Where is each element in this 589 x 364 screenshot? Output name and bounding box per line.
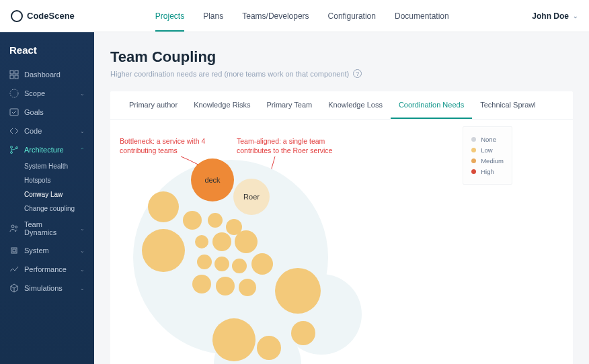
sidebar-item[interactable]: Team Dynamics⌄ xyxy=(0,216,94,241)
sidebar-item-label: Goals xyxy=(24,108,44,116)
sidebar-item-label: Code xyxy=(24,127,42,135)
svg-rect-12 xyxy=(13,249,15,252)
service-bubble[interactable] xyxy=(212,232,231,251)
user-menu[interactable]: John Doe ⌄ xyxy=(532,11,578,21)
brand-name: CodeScene xyxy=(27,11,75,21)
service-bubble[interactable] xyxy=(291,321,315,345)
svg-rect-0 xyxy=(10,71,13,74)
target-icon xyxy=(9,89,19,98)
people-icon xyxy=(9,224,19,233)
service-bubble[interactable]: Roer xyxy=(233,179,270,215)
sidebar-item[interactable]: Simulations⌄ xyxy=(0,279,94,298)
sidebar-item[interactable]: Performance⌄ xyxy=(0,260,94,279)
swatch-icon xyxy=(471,169,476,174)
panel: Primary authorKnowledge RisksPrimary Tea… xyxy=(110,91,573,364)
tab[interactable]: Knowledge Loss xyxy=(320,91,391,119)
sidebar: React DashboardScope⌄GoalsCode⌄Architect… xyxy=(0,32,94,364)
chevron-down-icon: ⌄ xyxy=(80,91,85,97)
sidebar-item-label: Scope xyxy=(24,89,45,97)
cpu-icon xyxy=(9,246,19,255)
legend-row: High xyxy=(471,168,504,175)
swatch-icon xyxy=(471,148,476,152)
legend-row: Medium xyxy=(471,157,504,165)
sidebar-item[interactable]: Scope⌄ xyxy=(0,84,94,103)
chevron-down-icon: ⌄ xyxy=(80,285,85,291)
swatch-icon xyxy=(471,137,476,142)
trend-icon xyxy=(9,265,19,274)
project-name: React xyxy=(0,44,94,65)
sidebar-item[interactable]: Code⌄ xyxy=(0,122,94,140)
brand-logo[interactable]: CodeScene xyxy=(11,10,75,22)
service-bubble[interactable] xyxy=(142,229,185,272)
service-bubble[interactable] xyxy=(251,253,273,275)
help-icon[interactable]: ? xyxy=(353,69,362,78)
sidebar-item[interactable]: System⌄ xyxy=(0,241,94,260)
sidebar-item[interactable]: Architecture⌃ xyxy=(0,140,94,159)
topnav-item[interactable]: Projects xyxy=(155,1,184,32)
callout-bottleneck: Bottleneck: a service with 4 contributin… xyxy=(120,137,221,155)
svg-rect-5 xyxy=(10,109,18,116)
tab[interactable]: Technical Sprawl xyxy=(472,91,544,119)
sidebar-subitem[interactable]: Conway Law xyxy=(24,187,94,201)
topbar: CodeScene ProjectsPlansTeams/DevelopersC… xyxy=(0,0,589,32)
sidebar-item-label: Simulations xyxy=(24,284,63,292)
topnav-item[interactable]: Plans xyxy=(203,1,223,32)
svg-point-4 xyxy=(10,89,18,97)
tab[interactable]: Primary Team xyxy=(259,91,321,119)
service-bubble[interactable] xyxy=(214,257,229,271)
svg-rect-1 xyxy=(15,71,18,74)
sidebar-subitem[interactable]: System Health xyxy=(24,159,94,173)
svg-rect-2 xyxy=(10,75,13,79)
branch-icon xyxy=(9,145,19,154)
legend-label: Medium xyxy=(481,157,504,165)
sidebar-subitem[interactable]: Change coupling xyxy=(24,201,94,216)
service-bubble[interactable] xyxy=(212,318,256,361)
service-bubble[interactable] xyxy=(208,213,223,228)
service-bubble[interactable] xyxy=(275,268,321,314)
topnav-item[interactable]: Documentation xyxy=(395,1,449,32)
logo-icon xyxy=(11,10,23,22)
service-bubble[interactable] xyxy=(197,255,212,269)
service-bubble[interactable] xyxy=(257,336,281,360)
tab[interactable]: Coordination Needs xyxy=(391,91,472,119)
topnav-item[interactable]: Configuration xyxy=(328,1,376,32)
legend-label: None xyxy=(481,136,496,143)
chevron-down-icon: ⌄ xyxy=(573,13,578,19)
page-title: Team Coupling xyxy=(110,48,573,66)
sidebar-item-label: Dashboard xyxy=(24,71,61,79)
tab[interactable]: Primary author xyxy=(121,91,186,119)
service-bubble[interactable] xyxy=(239,279,256,296)
svg-point-10 xyxy=(15,226,17,228)
chart-area: NoneLowMediumHigh Bottleneck: a service … xyxy=(110,120,573,364)
legend-row: Low xyxy=(471,146,504,154)
bubble-chart[interactable]: deckRoer xyxy=(133,160,342,364)
dashboard-icon xyxy=(9,70,19,79)
service-bubble[interactable] xyxy=(195,235,208,248)
legend-label: High xyxy=(481,168,494,175)
service-bubble[interactable] xyxy=(192,275,211,293)
legend: NoneLowMediumHigh xyxy=(463,126,512,185)
chevron-down-icon: ⌄ xyxy=(80,128,85,134)
sidebar-subitem[interactable]: Hotspots xyxy=(24,173,94,187)
service-bubble[interactable] xyxy=(216,277,235,295)
chevron-down-icon: ⌄ xyxy=(80,248,85,254)
sidebar-item[interactable]: Dashboard xyxy=(0,65,94,84)
topnav-item[interactable]: Teams/Developers xyxy=(242,1,309,32)
legend-row: None xyxy=(471,136,504,143)
service-bubble[interactable]: deck xyxy=(191,158,234,201)
sidebar-item[interactable]: Goals xyxy=(0,103,94,122)
tab[interactable]: Knowledge Risks xyxy=(186,91,258,119)
legend-label: Low xyxy=(481,146,492,154)
svg-point-9 xyxy=(11,225,14,228)
service-bubble[interactable] xyxy=(183,211,202,230)
callout-teamaligned: Team-aligned: a single team contributes … xyxy=(237,137,344,155)
main-content: Team Coupling Higher coordination needs … xyxy=(94,32,589,364)
page-subtitle: Higher coordination needs are red (more … xyxy=(110,69,573,78)
service-bubble[interactable] xyxy=(232,259,247,273)
box-icon xyxy=(9,283,19,293)
service-bubble[interactable] xyxy=(235,230,258,253)
chevron-down-icon: ⌄ xyxy=(80,226,85,232)
svg-point-6 xyxy=(11,146,13,148)
service-bubble[interactable] xyxy=(148,191,179,222)
svg-point-7 xyxy=(11,152,13,154)
